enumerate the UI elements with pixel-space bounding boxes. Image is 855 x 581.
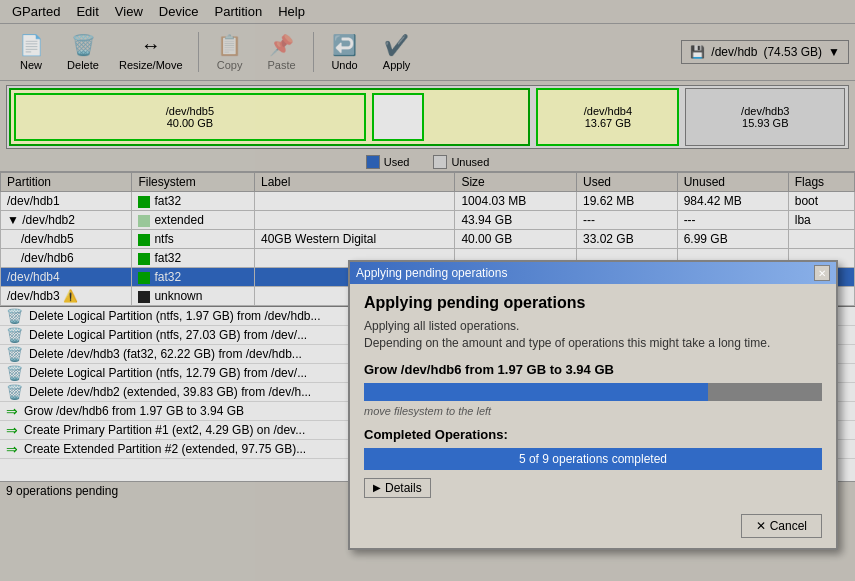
cancel-icon: ✕ <box>756 519 766 533</box>
legend: Used Unused <box>0 153 855 171</box>
undo-icon: ↩️ <box>332 33 357 57</box>
partition-flags: boot <box>788 192 854 211</box>
apply-button[interactable]: ✔️ Apply <box>372 28 422 76</box>
progress-bar-fill <box>364 383 708 401</box>
menu-view[interactable]: View <box>107 2 151 21</box>
partition-flags: lba <box>788 211 854 230</box>
legend-unused: Unused <box>433 155 489 169</box>
op-text: Grow /dev/hdb6 from 1.97 GB to 3.94 GB <box>24 404 244 418</box>
partition-fs: fat32 <box>132 249 255 268</box>
col-filesystem: Filesystem <box>132 173 255 192</box>
new-icon: 📄 <box>19 33 44 57</box>
op-text: Delete Logical Partition (ntfs, 1.97 GB)… <box>29 309 320 323</box>
col-size: Size <box>455 173 577 192</box>
pv-hdb3[interactable]: /dev/hdb3 15.93 GB <box>685 88 845 146</box>
partition-fs: fat32 <box>132 192 255 211</box>
menu-help[interactable]: Help <box>270 2 313 21</box>
table-row[interactable]: ▼ /dev/hdb2 extended 43.94 GB --- --- lb… <box>1 211 855 230</box>
partition-fs: unknown <box>132 287 255 306</box>
pv-hdb4-label: /dev/hdb4 <box>584 105 632 117</box>
create-op-icon: ⇒ <box>6 422 18 438</box>
menu-gparted[interactable]: GParted <box>4 2 68 21</box>
paste-button[interactable]: 📌 Paste <box>257 28 307 76</box>
status-text: 9 operations pending <box>6 484 118 498</box>
table-row[interactable]: /dev/hdb5 ntfs 40GB Western Digital 40.0… <box>1 230 855 249</box>
device-size: (74.53 GB) <box>763 45 822 59</box>
partition-fs: fat32 <box>132 268 255 287</box>
copy-button[interactable]: 📋 Copy <box>205 28 255 76</box>
menu-partition[interactable]: Partition <box>207 2 271 21</box>
partition-name: ▼ /dev/hdb2 <box>1 211 132 230</box>
pv-hdb3-size: 15.93 GB <box>742 117 788 129</box>
grow-op-icon: ⇒ <box>6 403 18 419</box>
partition-size: 40.00 GB <box>455 230 577 249</box>
op-text: Delete /dev/hdb3 (fat32, 62.22 GB) from … <box>29 347 302 361</box>
op-text: Delete Logical Partition (ntfs, 12.79 GB… <box>29 366 307 380</box>
partition-used: 19.62 MB <box>576 192 677 211</box>
details-label: Details <box>385 481 422 495</box>
applying-dialog: Applying pending operations ✕ Applying p… <box>348 260 838 550</box>
pv-extended[interactable]: /dev/hdb5 40.00 GB <box>9 88 530 146</box>
delete-op-icon: 🗑️ <box>6 365 23 381</box>
partition-fs: ntfs <box>132 230 255 249</box>
partition-label: 40GB Western Digital <box>255 230 455 249</box>
completed-label: Completed Operations: <box>364 427 822 442</box>
undo-button[interactable]: ↩️ Undo <box>320 28 370 76</box>
partition-label <box>255 192 455 211</box>
used-color-box <box>366 155 380 169</box>
chevron-down-icon: ▼ <box>828 45 840 59</box>
partition-name: /dev/hdb6 <box>1 249 132 268</box>
toolbar: 📄 New 🗑️ Delete ↔️ Resize/Move 📋 Copy 📌 … <box>0 24 855 81</box>
partition-label <box>255 211 455 230</box>
partition-fs: extended <box>132 211 255 230</box>
new-button[interactable]: 📄 New <box>6 28 56 76</box>
dialog-description: Applying all listed operations. Dependin… <box>364 318 822 352</box>
pv-hdb3-label: /dev/hdb3 <box>741 105 789 117</box>
col-flags: Flags <box>788 173 854 192</box>
current-op-label: Grow /dev/hdb6 from 1.97 GB to 3.94 GB <box>364 362 822 377</box>
menu-edit[interactable]: Edit <box>68 2 106 21</box>
details-arrow-icon: ▶ <box>373 482 381 493</box>
pv-hdb5[interactable]: /dev/hdb5 40.00 GB <box>14 93 366 141</box>
device-selector[interactable]: 💾 /dev/hdb (74.53 GB) ▼ <box>681 40 849 64</box>
create-op-icon: ⇒ <box>6 441 18 457</box>
partition-unused: 6.99 GB <box>677 230 788 249</box>
completed-bar: 5 of 9 operations completed <box>364 448 822 470</box>
partition-name: /dev/hdb5 <box>1 230 132 249</box>
details-button[interactable]: ▶ Details <box>364 478 431 498</box>
resize-button[interactable]: ↔️ Resize/Move <box>110 29 192 76</box>
cancel-button[interactable]: ✕ Cancel <box>741 514 822 538</box>
delete-op-icon: 🗑️ <box>6 384 23 400</box>
partition-flags <box>788 230 854 249</box>
paste-icon: 📌 <box>269 33 294 57</box>
op-text: Delete Logical Partition (ntfs, 27.03 GB… <box>29 328 307 342</box>
copy-icon: 📋 <box>217 33 242 57</box>
col-partition: Partition <box>1 173 132 192</box>
pv-hdb4[interactable]: /dev/hdb4 13.67 GB <box>536 88 679 146</box>
menu-device[interactable]: Device <box>151 2 207 21</box>
op-text: Create Primary Partition #1 (ext2, 4.29 … <box>24 423 305 437</box>
pv-hdb4-size: 13.67 GB <box>585 117 631 129</box>
dialog-close-button[interactable]: ✕ <box>814 265 830 281</box>
op-text: Create Extended Partition #2 (extended, … <box>24 442 306 456</box>
delete-op-icon: 🗑️ <box>6 308 23 324</box>
delete-icon: 🗑️ <box>71 33 96 57</box>
delete-button[interactable]: 🗑️ Delete <box>58 28 108 76</box>
partition-name: /dev/hdb4 <box>1 268 132 287</box>
resize-icon: ↔️ <box>141 34 161 57</box>
partition-used: 33.02 GB <box>576 230 677 249</box>
unused-label: Unused <box>451 156 489 168</box>
delete-op-icon: 🗑️ <box>6 346 23 362</box>
col-unused: Unused <box>677 173 788 192</box>
col-used: Used <box>576 173 677 192</box>
partition-unused: 984.42 MB <box>677 192 788 211</box>
pv-hdb5-size: 40.00 GB <box>167 117 213 129</box>
desc-line1: Applying all listed operations. <box>364 319 519 333</box>
partition-unused: --- <box>677 211 788 230</box>
dialog-footer: ✕ Cancel <box>350 508 836 548</box>
table-row[interactable]: /dev/hdb1 fat32 1004.03 MB 19.62 MB 984.… <box>1 192 855 211</box>
partition-used: --- <box>576 211 677 230</box>
dialog-heading: Applying pending operations <box>364 294 822 312</box>
progress-bar-container <box>364 383 822 401</box>
completed-text: 5 of 9 operations completed <box>519 452 667 466</box>
